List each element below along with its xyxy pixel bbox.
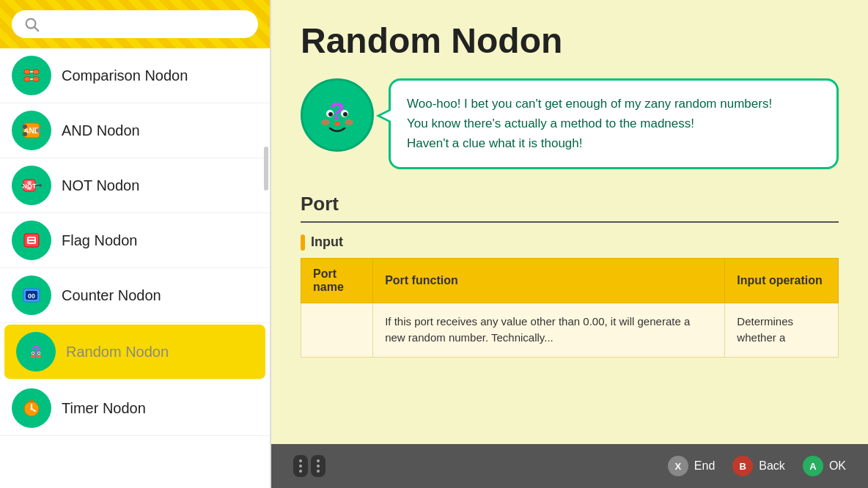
sidebar-item-flag-label: Flag Nodon [62, 232, 137, 249]
scrollbar[interactable] [264, 147, 268, 191]
svg-point-39 [38, 352, 40, 354]
content-scroll[interactable]: Random Nodon ? [271, 0, 868, 444]
sidebar-list: Comparison Nodon AND AND Nodon [0, 48, 270, 488]
end-button[interactable]: X End [668, 456, 715, 476]
svg-point-19 [39, 184, 42, 187]
sidebar-item-and-label: AND Nodon [62, 122, 140, 139]
speech-text-line2: You know there's actually a method to th… [407, 117, 694, 130]
svg-rect-4 [33, 70, 39, 74]
sidebar-header [0, 0, 270, 48]
not-nodon-icon: NOT [12, 166, 51, 205]
flag-nodon-icon [12, 221, 51, 260]
port-heading: Port [301, 193, 839, 215]
and-nodon-icon: AND [12, 111, 51, 150]
btn-a-circle: A [803, 456, 823, 476]
comparison-nodon-icon [12, 56, 51, 95]
svg-line-1 [34, 27, 38, 31]
character-icon: ? [301, 78, 374, 152]
col-port-function: Port function [373, 258, 725, 303]
svg-point-21 [27, 181, 32, 184]
back-button[interactable]: B Back [732, 456, 785, 476]
svg-rect-6 [33, 77, 39, 81]
toolbar-right: X End B Back A OK [668, 456, 846, 476]
svg-point-38 [32, 352, 34, 354]
col-port-name: Port name [301, 258, 373, 303]
svg-point-12 [23, 125, 27, 129]
sidebar-item-random-nodon[interactable]: ? Random Nodon [4, 325, 265, 380]
character-svg: ? [308, 86, 367, 144]
svg-point-45 [31, 408, 33, 410]
speech-text-line3: Haven't a clue what it is though! [407, 136, 583, 150]
table-row: If this port receives any value other th… [301, 303, 839, 357]
joycon-right [311, 455, 326, 477]
ok-button[interactable]: A OK [803, 456, 846, 476]
svg-rect-26 [29, 238, 34, 240]
btn-a-label: A [809, 461, 816, 472]
end-label: End [694, 459, 715, 473]
joycon-dots-right [317, 459, 320, 473]
svg-point-34 [31, 355, 35, 358]
svg-point-54 [334, 122, 340, 126]
main-content: Random Nodon ? [271, 0, 868, 488]
sidebar-item-flag-nodon[interactable]: Flag Nodon [0, 213, 270, 268]
cell-port-name [301, 303, 373, 357]
sidebar-item-comparison-label: Comparison Nodon [62, 67, 188, 84]
svg-rect-27 [29, 241, 34, 243]
svg-rect-25 [27, 237, 36, 244]
counter-nodon-icon: 00 [12, 276, 51, 315]
col-input-operation: Input operation [725, 258, 839, 303]
timer-nodon-icon [12, 388, 51, 428]
svg-rect-3 [24, 70, 30, 74]
search-icon [23, 16, 40, 32]
joycon-icon [293, 455, 326, 477]
subsection-indicator [301, 234, 305, 251]
port-section: Port Input Port name Port function Input… [301, 193, 839, 358]
sidebar-item-comparison-nodon[interactable]: Comparison Nodon [0, 48, 270, 103]
table-header-row: Port name Port function Input operation [301, 258, 839, 303]
sidebar-item-and-nodon[interactable]: AND AND Nodon [0, 103, 270, 158]
dot [299, 470, 302, 473]
subsection-text: Input [311, 234, 343, 250]
dot [299, 459, 302, 462]
joycon-dots-left [299, 459, 302, 473]
dot [317, 470, 320, 473]
input-subsection-label: Input [301, 234, 839, 251]
search-input[interactable] [47, 17, 246, 32]
svg-point-14 [36, 128, 40, 133]
cell-input-operation: Determines whether a [725, 303, 839, 357]
sidebar-item-timer-nodon[interactable]: Timer Nodon [0, 381, 270, 436]
svg-point-52 [321, 119, 330, 125]
dot [317, 459, 320, 462]
svg-point-2 [20, 64, 43, 87]
table-header: Port name Port function Input operation [301, 258, 839, 303]
svg-point-13 [23, 132, 27, 136]
speech-text-line1: Woo-hoo! I bet you can't get enough of m… [407, 97, 772, 111]
svg-point-22 [27, 187, 32, 190]
intro-section: ? Woo-hoo! I bet you can't get enoug [301, 78, 839, 169]
sidebar-item-not-nodon[interactable]: NOT NOT Nodon [0, 158, 270, 213]
sidebar-item-not-label: NOT Nodon [62, 177, 139, 194]
dot [299, 465, 302, 467]
sidebar: Comparison Nodon AND AND Nodon [0, 0, 271, 488]
section-divider [301, 221, 839, 223]
random-nodon-icon: ? [16, 332, 56, 371]
svg-rect-44 [29, 400, 34, 402]
sidebar-item-timer-label: Timer Nodon [62, 400, 146, 417]
bottom-toolbar: X End B Back A OK [271, 444, 868, 488]
svg-text:00: 00 [28, 292, 35, 300]
svg-point-51 [343, 112, 347, 117]
btn-x-circle: X [668, 456, 688, 476]
back-label: Back [759, 459, 785, 473]
toolbar-left [293, 455, 326, 477]
btn-b-label: B [740, 461, 746, 472]
dot [317, 465, 320, 467]
ok-label: OK [829, 459, 846, 473]
port-table: Port name Port function Input operation … [301, 258, 839, 358]
svg-point-50 [328, 112, 333, 117]
sidebar-item-counter-label: Counter Nodon [62, 287, 161, 304]
joycon-left [293, 455, 308, 477]
search-box[interactable] [12, 10, 258, 38]
btn-b-circle: B [732, 456, 753, 476]
speech-bubble: Woo-hoo! I bet you can't get enough of m… [389, 78, 839, 169]
sidebar-item-counter-nodon[interactable]: 00 Counter Nodon [0, 268, 270, 323]
